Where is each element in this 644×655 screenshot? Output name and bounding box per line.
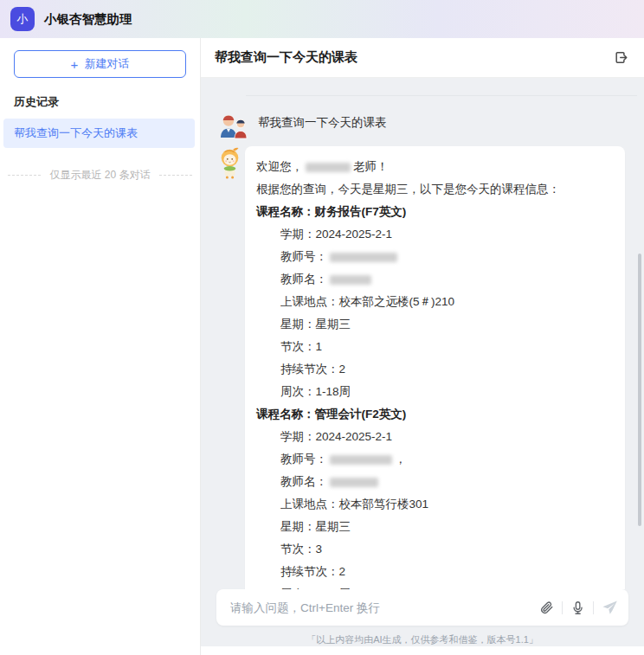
course-detail: 上课地点：校本部笃行楼301 xyxy=(280,498,611,511)
course-detail: 星期：星期三 xyxy=(280,520,611,533)
logout-button[interactable] xyxy=(614,50,628,65)
course-detail: 星期：星期三 xyxy=(280,318,611,331)
course-detail: 持续节次：2 xyxy=(280,363,611,376)
message-input-box xyxy=(216,589,628,626)
history-list: 帮我查询一下今天的课表 xyxy=(0,119,200,148)
ai-disclaimer: 「以上内容均由AI生成，仅供参考和借鉴，版本号1.1」 xyxy=(216,633,628,646)
course-name: 课程名称：财务报告(F7英文) xyxy=(256,205,611,218)
user-avatar xyxy=(217,106,250,139)
course-detail: 持续节次：2 xyxy=(280,565,611,578)
chat-title: 帮我查询一下今天的课表 xyxy=(215,49,357,66)
composer: 「以上内容均由AI生成，仅供参考和借鉴，版本号1.1」 xyxy=(201,589,644,646)
greeting-line: 欢迎您，老师！ xyxy=(256,160,611,173)
scrollbar-thumb[interactable] xyxy=(638,254,641,526)
chat-message-area: 帮我查询一下今天的课表 xyxy=(201,78,644,589)
course-detail: 教师号：， xyxy=(280,453,611,466)
chat-titlebar: 帮我查询一下今天的课表 xyxy=(201,38,644,78)
history-note: 仅显示最近 20 条对话 xyxy=(0,168,200,183)
greeting-suffix: 老师！ xyxy=(353,160,389,173)
messages-top-divider xyxy=(246,95,637,96)
course-detail: 教师名： xyxy=(280,475,611,488)
assistant-message-card: 欢迎您，老师！ 根据您的查询，今天是星期三，以下是您今天的课程信息： 课程名称：… xyxy=(245,146,625,589)
course-detail: 教师名： xyxy=(280,273,611,286)
redacted-text xyxy=(330,455,392,465)
microphone-icon xyxy=(570,600,585,615)
main-row: + 新建对话 历史记录 帮我查询一下今天的课表 仅显示最近 20 条对话 帮我查… xyxy=(0,38,644,655)
course-detail: 节次：1 xyxy=(280,340,611,353)
new-chat-label: 新建对话 xyxy=(84,56,129,72)
greeting-prefix: 欢迎您， xyxy=(256,160,303,173)
app-logo: 小 xyxy=(10,7,35,31)
assistant-avatar-box xyxy=(217,146,244,183)
plus-icon: + xyxy=(71,58,79,71)
bottom-strip xyxy=(201,646,644,655)
user-message-row: 帮我查询一下今天的课表 xyxy=(217,106,625,139)
assistant-message-row: 欢迎您，老师！ 根据您的查询，今天是星期三，以下是您今天的课程信息： 课程名称：… xyxy=(217,146,625,589)
message-input[interactable] xyxy=(230,601,539,614)
attachment-icon xyxy=(539,600,554,615)
note-dash-right xyxy=(159,175,192,176)
note-dash-left xyxy=(8,175,41,176)
send-button[interactable] xyxy=(602,600,618,616)
chat-panel: 帮我查询一下今天的课表 xyxy=(201,38,644,655)
composer-divider xyxy=(593,601,594,614)
course-detail: 上课地点：校本部之远楼(5＃)210 xyxy=(280,295,611,308)
app-header: 小 小银杏智慧助理 xyxy=(0,0,644,38)
redacted-name xyxy=(306,163,351,172)
redacted-text xyxy=(330,253,397,262)
logout-icon xyxy=(614,50,628,65)
redacted-text xyxy=(330,478,378,487)
history-heading: 历史记录 xyxy=(14,94,186,110)
user-message-text: 帮我查询一下今天的课表 xyxy=(258,115,387,131)
course-list: 课程名称：财务报告(F7英文)学期：2024-2025-2-1教师号：教师名：上… xyxy=(256,205,611,589)
course-detail: 周次：1-18周 xyxy=(280,385,611,398)
new-chat-button[interactable]: + 新建对话 xyxy=(14,50,186,78)
attachment-button[interactable] xyxy=(539,600,554,615)
app-logo-text: 小 xyxy=(17,11,29,27)
send-icon xyxy=(602,600,618,616)
course-name: 课程名称：管理会计(F2英文) xyxy=(256,408,611,421)
history-item[interactable]: 帮我查询一下今天的课表 xyxy=(3,119,195,148)
redacted-text xyxy=(330,275,371,285)
composer-divider xyxy=(562,601,563,614)
course-detail: 学期：2024-2025-2-1 xyxy=(280,228,611,241)
intro-line: 根据您的查询，今天是星期三，以下是您今天的课程信息： xyxy=(256,183,611,196)
course-detail: 节次：3 xyxy=(280,543,611,555)
app-title: 小银杏智慧助理 xyxy=(44,11,132,28)
course-detail: 周次：1-18周 xyxy=(280,588,611,589)
assistant-avatar xyxy=(217,146,243,179)
sidebar: + 新建对话 历史记录 帮我查询一下今天的课表 仅显示最近 20 条对话 xyxy=(0,38,201,655)
course-detail: 教师号： xyxy=(280,250,611,263)
course-detail: 学期：2024-2025-2-1 xyxy=(280,430,611,443)
microphone-button[interactable] xyxy=(570,600,585,615)
history-note-text: 仅显示最近 20 条对话 xyxy=(49,168,150,183)
